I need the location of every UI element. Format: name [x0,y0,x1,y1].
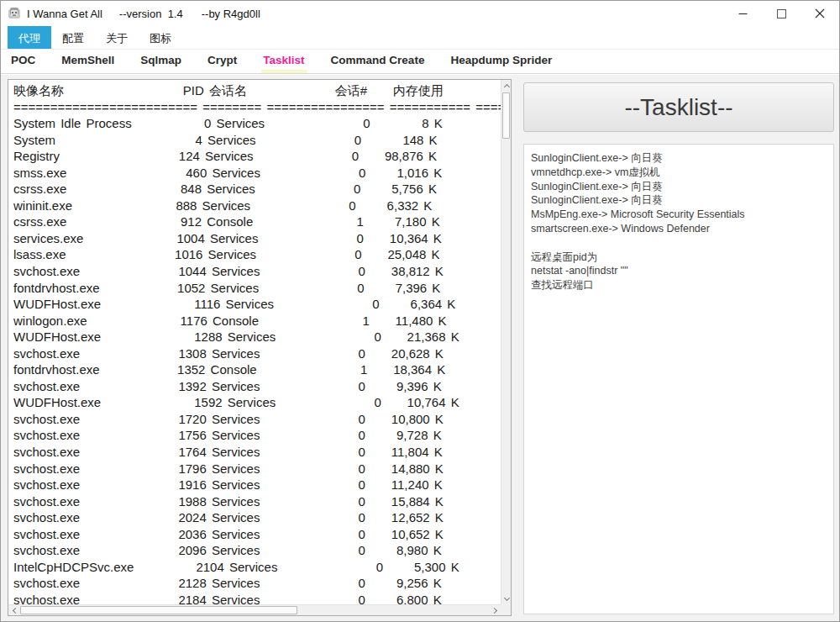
note-line: netstat -ano|findstr "" [531,264,828,278]
maximize-icon [777,9,786,18]
process-row: System 4 Services 0 148 K [13,132,501,149]
process-row: fontdrvhost.exe 1352 Console 1 18,364 K [13,361,501,378]
menu-item-icon[interactable]: 图标 [139,26,182,49]
tab-poc[interactable]: POC [9,50,37,73]
process-row: svchost.exe 1764 Services 0 11,804 K [13,444,501,461]
process-row: svchost.exe 1988 Services 0 15,884 K [13,493,501,510]
tab-sqlmap[interactable]: Sqlmap [139,50,183,73]
process-row: WUDFHost.exe 1592 Services 0 10,764 K [13,394,501,411]
process-row: WUDFHost.exe 1288 Services 0 21,368 K [13,329,501,345]
tasklist-output-text: 映像名称 PID 会话名 会话# 内存使用===================… [8,80,501,604]
process-row: svchost.exe 1756 Services 0 9,728 K [13,427,501,444]
process-row: wininit.exe 888 Services 0 6,332 K [13,198,501,214]
titlebar: I Wanna Get All --version 1.4 --by R4gd0… [1,1,839,26]
menu-item-about[interactable]: 关于 [95,26,139,49]
horizontal-scrollbar[interactable] [8,604,501,615]
tasklist-separator-line: ========================= ======== =====… [13,99,501,116]
note-line: SunloginClient.exe-> 向日葵 [531,193,828,208]
process-row: svchost.exe 1720 Services 0 10,800 K [13,411,501,428]
scroll-down-icon[interactable] [501,593,512,604]
tab-bar: POCMemShellSqlmapCryptTasklistCommand Cr… [1,50,839,74]
scroll-left-icon[interactable] [8,605,19,616]
note-line: vmnetdhcp.exe-> vm虚拟机 [531,166,828,180]
window-title: I Wanna Get All [27,8,102,20]
process-row: winlogon.exe 1176 Console 1 11,480 K [13,313,501,329]
scroll-right-icon[interactable] [490,605,501,616]
note-line: MsMpEng.exe-> Microsoft Security Essenti… [531,208,828,222]
tasklist-header-line: 映像名称 PID 会话名 会话# 内存使用 [13,82,501,99]
process-row: svchost.exe 2184 Services 0 6,800 K [13,592,501,604]
process-row: svchost.exe 1308 Services 0 20,628 K [13,345,501,362]
maximize-button[interactable] [762,1,801,26]
tab-command-create[interactable]: Command Create [329,50,427,73]
vertical-scrollbar[interactable] [501,80,511,604]
note-line: 远程桌面pid为 [531,250,828,265]
close-button[interactable] [801,1,839,26]
process-row: svchost.exe 2128 Services 0 9,256 K [13,575,501,592]
process-row: lsass.exe 1016 Services 0 25,048 K [13,246,501,263]
tasklist-button[interactable]: --Tasklist-- [523,82,834,132]
scrollbar-corner [501,604,511,615]
menu-item-config[interactable]: 配置 [51,26,95,49]
note-line: SunloginClient.exe-> 向日葵 [531,151,828,166]
process-row: svchost.exe 2024 Services 0 12,652 K [13,509,501,526]
process-row: csrss.exe 912 Console 1 7,180 K [13,213,501,230]
tasklist-output-listbox[interactable]: 映像名称 PID 会话名 会话# 内存使用===================… [8,79,512,616]
process-row: csrss.exe 848 Services 0 5,756 K [13,181,501,198]
process-row: svchost.exe 1796 Services 0 14,880 K [13,461,501,477]
tab-crypt[interactable]: Crypt [206,50,239,73]
process-row: svchost.exe 2096 Services 0 8,980 K [13,542,501,559]
main-content: 映像名称 PID 会话名 会话# 内存使用===================… [1,75,839,621]
process-row: System Idle Process 0 Services 0 8 K [13,115,501,132]
window-controls [723,1,839,26]
close-icon [815,8,825,18]
app-window: I Wanna Get All --version 1.4 --by R4gd0… [0,0,840,622]
window-author: --by R4gd0ll [202,8,260,20]
process-notes-textbox[interactable]: SunloginClient.exe-> 向日葵vmnetdhcp.exe-> … [523,144,834,614]
process-row: svchost.exe 1392 Services 0 9,396 K [13,378,501,395]
note-line: smartscreen.exe-> Windows Defender [531,222,828,236]
vertical-scrollbar-thumb[interactable] [502,92,510,139]
note-line [531,236,828,250]
tab-tasklist[interactable]: Tasklist [261,50,306,73]
note-line: SunloginClient.exe-> 向日葵 [531,180,828,194]
menu-item-proxy[interactable]: 代理 [8,26,51,49]
app-icon [8,7,21,20]
minimize-button[interactable] [723,1,762,26]
scroll-up-icon[interactable] [501,80,512,91]
process-row: IntelCpHDCPSvc.exe 2104 Services 0 5,300… [13,559,501,576]
tab-memshell[interactable]: MemShell [60,50,116,73]
minimize-icon [738,9,748,18]
note-line: 查找远程端口 [531,278,828,293]
right-panel: --Tasklist-- SunloginClient.exe-> 向日葵vmn… [523,82,834,614]
process-row: smss.exe 460 Services 0 1,016 K [13,165,501,182]
window-version: --version 1.4 [119,8,183,20]
process-row: Registry 124 Services 0 98,876 K [13,148,501,165]
process-row: fontdrvhost.exe 1052 Services 0 7,396 K [13,280,501,297]
process-row: svchost.exe 2036 Services 0 10,652 K [13,526,501,543]
menu-bar: 代理配置关于图标 [1,26,839,50]
process-row: WUDFHost.exe 1116 Services 0 6,364 K [13,296,501,313]
process-row: svchost.exe 1916 Services 0 11,240 K [13,477,501,493]
tab-heapdump-sprider[interactable]: Heapdump Sprider [449,50,554,73]
process-row: services.exe 1004 Services 0 10,364 K [13,230,501,247]
horizontal-scrollbar-thumb[interactable] [20,606,297,614]
process-row: svchost.exe 1044 Services 0 38,812 K [13,263,501,280]
